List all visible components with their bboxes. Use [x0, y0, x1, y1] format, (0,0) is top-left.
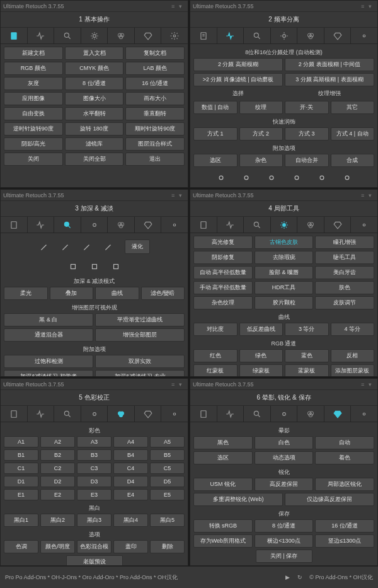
action-button[interactable]: 着色: [315, 451, 374, 464]
action-button[interactable]: 16 位/通道: [315, 519, 374, 533]
action-button[interactable]: B3: [77, 449, 112, 461]
action-button[interactable]: 阴影修复: [193, 251, 253, 264]
tab-pulse[interactable]: [217, 406, 244, 422]
tab-doc[interactable]: [1, 406, 28, 422]
action-button[interactable]: 2 分频 高斯模糊: [193, 58, 283, 71]
action-button[interactable]: 合成: [331, 154, 375, 167]
action-button[interactable]: 黑白4: [113, 514, 148, 527]
action-button[interactable]: 方式 3: [285, 127, 329, 141]
close-icon[interactable]: ▾: [369, 3, 375, 9]
action-button[interactable]: D3: [77, 476, 112, 487]
action-button[interactable]: 4 等分: [331, 323, 375, 336]
tab-search[interactable]: [54, 217, 81, 233]
action-button[interactable]: 低反差曲线: [239, 323, 284, 336]
action-button[interactable]: D5: [150, 476, 185, 487]
close-icon[interactable]: ▾: [179, 192, 185, 199]
action-button[interactable]: 红色: [193, 349, 238, 362]
action-button[interactable]: 开·关: [285, 101, 329, 114]
close-icon[interactable]: ▾: [179, 381, 185, 388]
action-button[interactable]: C1: [4, 463, 38, 474]
action-button[interactable]: RGB 颜色: [4, 62, 63, 75]
action-button[interactable]: 杂色: [239, 154, 284, 167]
action-button[interactable]: 滤镜库: [65, 137, 124, 151]
tab-pulse[interactable]: [217, 217, 244, 233]
action-button[interactable]: 多重调整锐化 (Web): [193, 493, 283, 506]
tab-rings[interactable]: [297, 217, 324, 233]
action-button[interactable]: D4: [113, 476, 148, 487]
action-button[interactable]: A1: [4, 436, 38, 447]
tab-search[interactable]: [244, 217, 271, 233]
action-button[interactable]: 存为Web所用格式: [193, 534, 253, 548]
close-save-button[interactable]: 关闭 | 保存: [256, 550, 312, 563]
action-button[interactable]: 动态选项: [255, 451, 314, 464]
rect-icon[interactable]: [68, 262, 78, 272]
action-button[interactable]: 去除瑕疵: [255, 251, 314, 264]
action-button[interactable]: 方式 2: [239, 127, 284, 141]
tab-rings[interactable]: [108, 406, 135, 422]
action-button[interactable]: 选区: [193, 154, 238, 167]
action-button[interactable]: 横边<1300点: [255, 534, 314, 548]
tab-pulse[interactable]: [217, 28, 244, 43]
action-button[interactable]: 垂直翻转: [125, 107, 185, 120]
smudge-icon[interactable]: [266, 173, 277, 183]
action-button[interactable]: 图层混合样式: [125, 137, 185, 151]
tab-diamond[interactable]: [135, 217, 162, 233]
action-button[interactable]: CMYK 颜色: [65, 62, 124, 75]
action-button[interactable]: USM 锐化: [193, 478, 253, 491]
tab-search[interactable]: [54, 28, 81, 43]
tab-rings[interactable]: [108, 217, 135, 233]
liquify-button[interactable]: 液化: [125, 239, 150, 254]
tab-doc[interactable]: [1, 28, 28, 43]
tab-gear[interactable]: [351, 406, 377, 422]
action-button[interactable]: 新建文档: [4, 47, 63, 60]
action-button[interactable]: 平滑渐变过滤曲线: [95, 313, 185, 326]
cpu-icon[interactable]: [111, 262, 121, 272]
smudge-icon[interactable]: [82, 242, 92, 252]
tab-sun[interactable]: [271, 406, 298, 422]
stamp-icon[interactable]: [60, 242, 71, 252]
action-button[interactable]: 盖印: [113, 540, 148, 553]
action-button[interactable]: 删除: [150, 540, 185, 553]
action-button[interactable]: B5: [150, 449, 185, 461]
action-button[interactable]: 局部选区锐化: [315, 478, 374, 491]
action-button[interactable]: 黑白2: [40, 514, 75, 527]
action-button[interactable]: 蓝色: [285, 349, 329, 362]
tab-gear[interactable]: [161, 28, 188, 43]
action-button[interactable]: >2 分频 肖像滤镜 | 自动磨板: [193, 73, 283, 86]
tab-search[interactable]: [54, 406, 81, 422]
action-button[interactable]: 手动 高半径低数量: [193, 281, 253, 294]
tab-sun[interactable]: [81, 406, 108, 422]
action-button[interactable]: 置入文档: [65, 47, 124, 60]
action-button[interactable]: 3 等分: [285, 323, 329, 336]
action-button[interactable]: 高光修复: [193, 236, 253, 249]
action-button[interactable]: 旋转 180度: [65, 122, 124, 135]
action-button[interactable]: 滤色/變暗: [141, 287, 185, 300]
pen-icon[interactable]: [292, 173, 302, 183]
action-button[interactable]: LAB 颜色: [125, 62, 185, 75]
action-button[interactable]: 方式 1: [193, 127, 238, 141]
action-button[interactable]: B4: [113, 449, 148, 461]
tab-doc[interactable]: [1, 217, 28, 233]
action-button[interactable]: 双屏实效: [95, 355, 185, 368]
action-button[interactable]: A2: [40, 436, 75, 447]
action-button[interactable]: B2: [40, 449, 75, 461]
action-button[interactable]: 逆时针旋转90度: [4, 122, 63, 135]
action-button[interactable]: 过饱和检测: [4, 355, 93, 368]
action-button[interactable]: 皮肤调节: [315, 296, 374, 309]
action-button[interactable]: 增强全部图层: [95, 328, 185, 342]
action-button[interactable]: 加深&减淡练习-初学者: [4, 370, 93, 376]
tab-rings[interactable]: [108, 28, 135, 43]
pen-icon[interactable]: [103, 242, 113, 252]
collapse-icon[interactable]: ≡: [361, 192, 367, 199]
action-button[interactable]: 其它: [331, 101, 375, 114]
action-button[interactable]: 黑白3: [77, 514, 112, 527]
collapse-icon[interactable]: ≡: [361, 381, 367, 388]
action-button[interactable]: 加深&减淡练习-专业: [95, 370, 185, 376]
action-button[interactable]: 胶片颗粒: [255, 296, 314, 309]
action-button[interactable]: 竖边≤1300点: [315, 534, 374, 548]
action-button[interactable]: 数值 | 自动: [193, 101, 238, 114]
tab-diamond[interactable]: [135, 28, 162, 43]
camera-icon[interactable]: ▶: [283, 573, 292, 582]
cpu-icon[interactable]: [317, 173, 327, 183]
tab-rings[interactable]: [297, 28, 324, 43]
